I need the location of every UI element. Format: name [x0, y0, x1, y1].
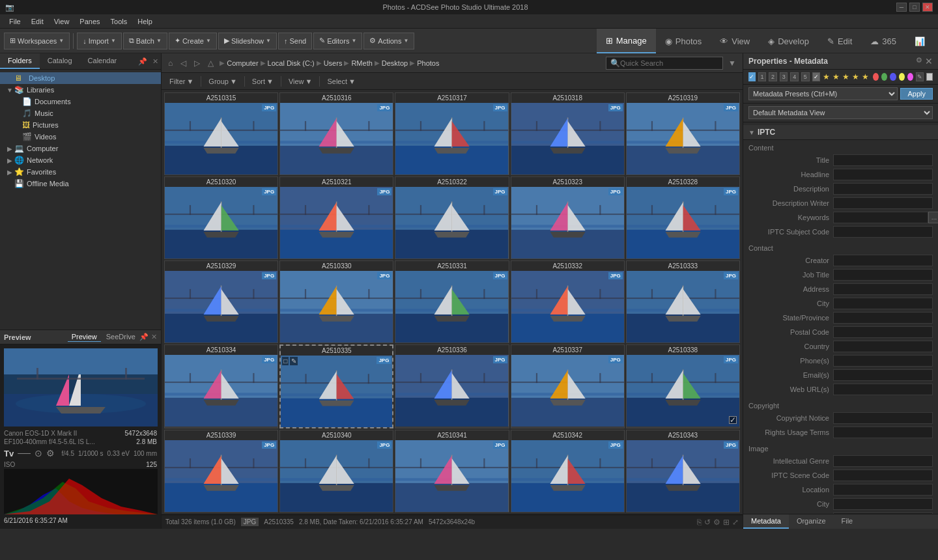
close-button[interactable]: ✕ [922, 3, 933, 12]
photo-item-A2510320[interactable]: A2510320 JPG [164, 176, 278, 259]
tab-calendar[interactable]: Calendar [80, 53, 125, 69]
view-button[interactable]: View ▼ [285, 76, 317, 87]
photo-item-A2510332[interactable]: A2510332 JPG [511, 260, 625, 343]
rp-star-1[interactable]: ★ [823, 72, 830, 81]
bc-photos[interactable]: Photos [417, 59, 439, 67]
photo-item-A2510338[interactable]: A2510338 JPG ✓ [626, 344, 740, 428]
tree-item-desktop[interactable]: 🖥 Desktop [0, 72, 161, 84]
filter-button[interactable]: Filter ▼ [165, 76, 197, 87]
restore-button[interactable]: □ [909, 3, 920, 12]
photo-item-A2510319[interactable]: A2510319 JPG [626, 92, 740, 175]
status-icon-resize[interactable]: ⤢ [732, 518, 739, 527]
expander-libraries[interactable]: ▼ [5, 87, 14, 94]
nav-home-icon[interactable]: ⌂ [165, 57, 175, 69]
panel-close-icon[interactable]: ✕ [150, 56, 161, 67]
rp-close-icon[interactable]: ✕ [925, 56, 933, 66]
panel-pin-icon[interactable]: 📌 [135, 56, 150, 67]
iptc-weburl-input[interactable] [833, 384, 933, 395]
group-button[interactable]: Group ▼ [205, 76, 240, 87]
rp-square-btn[interactable] [926, 73, 933, 81]
tree-item-music[interactable]: 🎵 Music [0, 107, 161, 119]
iptc-header[interactable]: ▼ IPTC [743, 125, 938, 140]
iptc-phones-input[interactable] [833, 355, 933, 367]
iptc-creator-input[interactable] [833, 255, 933, 266]
tab-photos[interactable]: ◉ Photos [656, 29, 711, 53]
slideshow-button[interactable]: ▶ Slideshow ▼ [218, 33, 277, 49]
sort-button[interactable]: Sort ▼ [248, 76, 277, 87]
iptc-imgcity-input[interactable] [833, 498, 933, 510]
nav-up-icon[interactable]: △ [205, 57, 216, 69]
bc-desktop[interactable]: Desktop [382, 59, 408, 67]
rp-apply-button[interactable]: Apply [900, 88, 933, 100]
iptc-address-input[interactable] [833, 283, 933, 295]
rp-btab-file[interactable]: File [834, 514, 861, 529]
expander-favorites[interactable]: ▶ [5, 169, 14, 176]
tab-365[interactable]: ☁ 365 [861, 29, 905, 53]
photo-item-A2510328[interactable]: A2510328 JPG [626, 176, 740, 259]
status-icon-refresh[interactable]: ↺ [704, 518, 711, 527]
photo-check-A2510338[interactable]: ✓ [729, 416, 737, 424]
photo-item-A2510315[interactable]: A2510315 JPG [164, 92, 278, 175]
actions-button[interactable]: ⚙ Actions ▼ [363, 33, 414, 49]
iptc-intgenre-input[interactable] [833, 455, 933, 467]
window-controls[interactable]: ─ □ ✕ [896, 3, 933, 12]
rp-num-1[interactable]: 1 [758, 72, 767, 81]
bc-localdisk[interactable]: Local Disk (C:) [268, 59, 315, 67]
menu-help[interactable]: Help [132, 16, 158, 27]
photo-item-A2510318[interactable]: A2510318 JPG [511, 92, 625, 175]
rp-star-4[interactable]: ★ [852, 72, 859, 81]
iptc-postal-input[interactable] [833, 326, 933, 338]
rp-color-red[interactable] [873, 73, 879, 81]
iptc-city-input[interactable] [833, 298, 933, 309]
send-button[interactable]: ↑ Send [278, 33, 312, 49]
rp-color-yellow[interactable] [899, 73, 905, 81]
iptc-jobtitle-input[interactable] [833, 269, 933, 281]
rp-view-dropdown[interactable]: Default Metadata View [748, 106, 933, 119]
iptc-keywords-btn[interactable]: … [928, 212, 938, 223]
rp-settings-icon[interactable]: ⚙ [916, 56, 922, 66]
preview-tab-preview[interactable]: Preview [68, 332, 101, 342]
iptc-subject-input[interactable] [833, 226, 933, 238]
tab-edit[interactable]: ✎ Edit [818, 29, 861, 53]
tree-item-favorites[interactable]: ▶ ⭐ Favorites [0, 166, 161, 178]
photo-item-A2510329[interactable]: A2510329 JPG [164, 260, 278, 343]
photo-item-A2510330[interactable]: A2510330 JPG [279, 260, 393, 343]
photo-item-A2510331[interactable]: A2510331 JPG [395, 260, 509, 343]
rp-star-2[interactable]: ★ [832, 72, 840, 81]
rp-color-blue[interactable] [890, 73, 896, 81]
bc-computer[interactable]: Computer [227, 59, 258, 67]
expander-network[interactable]: ▶ [5, 157, 14, 164]
photo-item-A2510321[interactable]: A2510321 JPG [279, 176, 393, 259]
rp-num-3[interactable]: 3 [780, 72, 788, 81]
rp-star-5[interactable]: ★ [862, 72, 869, 81]
tree-item-computer[interactable]: ▶ 💻 Computer [0, 143, 161, 154]
photo-item-A2510334[interactable]: A2510334 JPG [164, 344, 278, 428]
menu-file[interactable]: File [4, 16, 26, 27]
menu-view[interactable]: View [49, 16, 75, 27]
iptc-copyright-input[interactable] [833, 412, 933, 424]
tree-item-pictures[interactable]: 🖼 Pictures [0, 119, 161, 131]
tree-item-documents[interactable]: 📄 Documents [0, 96, 161, 107]
rp-num-5[interactable]: 5 [801, 72, 810, 81]
iptc-keywords-input[interactable] [833, 212, 928, 223]
menu-tools[interactable]: Tools [106, 16, 133, 27]
preview-close-icon[interactable]: ✕ [151, 333, 157, 341]
photo-item-A2510323[interactable]: A2510323 JPG [511, 176, 625, 259]
status-icon-grid[interactable]: ⊞ [723, 518, 730, 527]
photo-item-A2510336[interactable]: A2510336 JPG [395, 344, 509, 428]
rp-presets-select[interactable]: Metadata Presets (Ctrl+M) [748, 87, 898, 100]
search-input[interactable] [620, 59, 711, 67]
menu-panes[interactable]: Panes [74, 16, 105, 27]
rp-checkmark-btn[interactable]: ✓ [812, 72, 821, 81]
photo-item-A2510343[interactable]: A2510343 JPG [626, 430, 740, 512]
tab-view[interactable]: 👁 View [711, 29, 759, 53]
photo-item-A2510322[interactable]: A2510322 JPG [395, 176, 509, 259]
nav-forward-icon[interactable]: ▷ [192, 57, 203, 69]
iptc-rights-input[interactable] [833, 427, 933, 438]
photo-item-A2510335[interactable]: A2510335 JPG □ ✎ [279, 344, 393, 428]
bc-rmeth[interactable]: RMeth [351, 59, 372, 67]
create-button[interactable]: ✦ Create ▼ [169, 33, 217, 49]
preview-tab-seedrive[interactable]: SeeDrive [102, 332, 139, 342]
tab-stats[interactable]: 📊 [905, 29, 934, 53]
tab-folders[interactable]: Folders [0, 53, 40, 69]
